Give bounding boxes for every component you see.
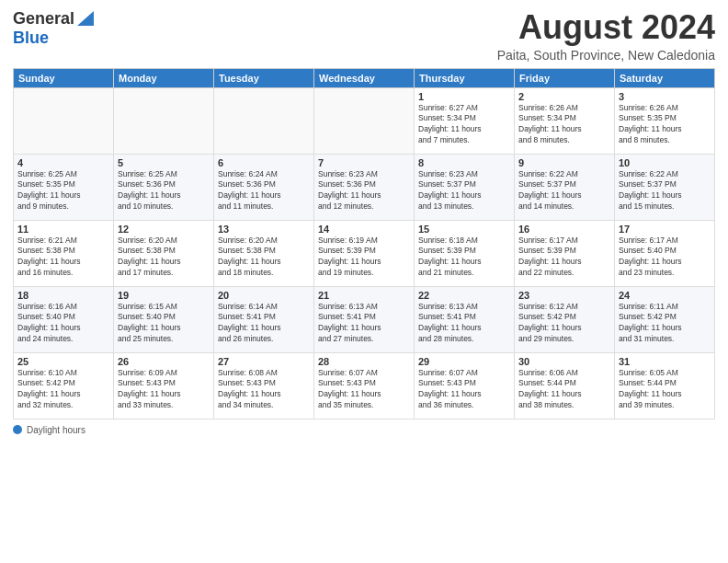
day-info: Sunrise: 6:12 AM Sunset: 5:42 PM Dayligh… [518,302,610,346]
day-cell: 19Sunrise: 6:15 AM Sunset: 5:40 PM Dayli… [114,286,214,352]
header: General Blue August 2024 Paita, South Pr… [13,9,715,63]
day-number: 5 [118,157,210,168]
day-cell: 12Sunrise: 6:20 AM Sunset: 5:38 PM Dayli… [114,220,214,286]
day-cell: 8Sunrise: 6:23 AM Sunset: 5:37 PM Daylig… [415,154,515,220]
logo-general-text: General [13,10,74,29]
day-info: Sunrise: 6:23 AM Sunset: 5:37 PM Dayligh… [418,169,510,213]
day-info: Sunrise: 6:13 AM Sunset: 5:41 PM Dayligh… [418,302,510,346]
week-row-4: 18Sunrise: 6:16 AM Sunset: 5:40 PM Dayli… [14,286,715,352]
day-info: Sunrise: 6:22 AM Sunset: 5:37 PM Dayligh… [518,169,610,213]
day-cell: 1Sunrise: 6:27 AM Sunset: 5:34 PM Daylig… [415,87,515,154]
day-number: 24 [619,290,711,301]
day-info: Sunrise: 6:15 AM Sunset: 5:40 PM Dayligh… [118,302,210,346]
day-info: Sunrise: 6:08 AM Sunset: 5:43 PM Dayligh… [218,368,310,412]
logo-blue-text: Blue [13,29,49,48]
day-cell [214,87,314,154]
day-number: 21 [318,290,410,301]
day-cell: 9Sunrise: 6:22 AM Sunset: 5:37 PM Daylig… [515,154,615,220]
day-info: Sunrise: 6:20 AM Sunset: 5:38 PM Dayligh… [118,236,210,280]
day-cell: 18Sunrise: 6:16 AM Sunset: 5:40 PM Dayli… [14,286,114,352]
week-row-1: 1Sunrise: 6:27 AM Sunset: 5:34 PM Daylig… [14,87,715,154]
col-header-friday: Friday [515,68,615,87]
day-number: 10 [619,157,711,168]
day-info: Sunrise: 6:11 AM Sunset: 5:42 PM Dayligh… [619,302,711,346]
svg-marker-0 [77,11,94,26]
day-info: Sunrise: 6:18 AM Sunset: 5:39 PM Dayligh… [418,236,510,280]
day-info: Sunrise: 6:05 AM Sunset: 5:44 PM Dayligh… [619,368,711,412]
day-number: 17 [619,224,711,235]
day-number: 13 [218,224,310,235]
col-header-monday: Monday [114,68,214,87]
day-number: 4 [17,157,109,168]
day-number: 12 [118,224,210,235]
day-cell: 15Sunrise: 6:18 AM Sunset: 5:39 PM Dayli… [415,220,515,286]
day-info: Sunrise: 6:17 AM Sunset: 5:39 PM Dayligh… [518,236,610,280]
day-cell: 23Sunrise: 6:12 AM Sunset: 5:42 PM Dayli… [515,286,615,352]
day-number: 19 [118,290,210,301]
day-cell: 6Sunrise: 6:24 AM Sunset: 5:36 PM Daylig… [214,154,314,220]
day-cell: 13Sunrise: 6:20 AM Sunset: 5:38 PM Dayli… [214,220,314,286]
day-info: Sunrise: 6:21 AM Sunset: 5:38 PM Dayligh… [17,236,109,280]
day-cell: 20Sunrise: 6:14 AM Sunset: 5:41 PM Dayli… [214,286,314,352]
daylight-dot-icon [13,425,22,434]
day-cell: 26Sunrise: 6:09 AM Sunset: 5:43 PM Dayli… [114,352,214,419]
week-row-5: 25Sunrise: 6:10 AM Sunset: 5:42 PM Dayli… [14,352,715,419]
day-info: Sunrise: 6:23 AM Sunset: 5:36 PM Dayligh… [318,169,410,213]
day-number: 26 [118,356,210,367]
day-number: 20 [218,290,310,301]
day-info: Sunrise: 6:26 AM Sunset: 5:35 PM Dayligh… [619,103,711,147]
col-header-sunday: Sunday [14,68,114,87]
day-number: 15 [418,224,510,235]
day-number: 1 [418,91,510,102]
day-cell: 10Sunrise: 6:22 AM Sunset: 5:37 PM Dayli… [615,154,715,220]
col-header-saturday: Saturday [615,68,715,87]
col-header-wednesday: Wednesday [314,68,415,87]
day-cell: 30Sunrise: 6:06 AM Sunset: 5:44 PM Dayli… [515,352,615,419]
day-info: Sunrise: 6:26 AM Sunset: 5:34 PM Dayligh… [518,103,610,147]
day-cell: 4Sunrise: 6:25 AM Sunset: 5:35 PM Daylig… [14,154,114,220]
day-info: Sunrise: 6:22 AM Sunset: 5:37 PM Dayligh… [619,169,711,213]
day-info: Sunrise: 6:17 AM Sunset: 5:40 PM Dayligh… [619,236,711,280]
day-info: Sunrise: 6:27 AM Sunset: 5:34 PM Dayligh… [418,103,510,147]
day-number: 16 [518,224,610,235]
day-number: 18 [17,290,109,301]
day-cell: 22Sunrise: 6:13 AM Sunset: 5:41 PM Dayli… [415,286,515,352]
day-cell: 17Sunrise: 6:17 AM Sunset: 5:40 PM Dayli… [615,220,715,286]
calendar-title: August 2024 [497,9,715,46]
day-cell: 27Sunrise: 6:08 AM Sunset: 5:43 PM Dayli… [214,352,314,419]
col-header-thursday: Thursday [415,68,515,87]
day-number: 9 [518,157,610,168]
footer: Daylight hours [13,425,715,435]
day-cell: 28Sunrise: 6:07 AM Sunset: 5:43 PM Dayli… [314,352,415,419]
day-number: 29 [418,356,510,367]
day-cell: 21Sunrise: 6:13 AM Sunset: 5:41 PM Dayli… [314,286,415,352]
day-info: Sunrise: 6:06 AM Sunset: 5:44 PM Dayligh… [518,368,610,412]
day-number: 22 [418,290,510,301]
title-section: August 2024 Paita, South Province, New C… [497,9,715,63]
day-info: Sunrise: 6:14 AM Sunset: 5:41 PM Dayligh… [218,302,310,346]
day-number: 14 [318,224,410,235]
day-cell: 11Sunrise: 6:21 AM Sunset: 5:38 PM Dayli… [14,220,114,286]
day-info: Sunrise: 6:10 AM Sunset: 5:42 PM Dayligh… [17,368,109,412]
calendar-page: General Blue August 2024 Paita, South Pr… [0,0,728,563]
day-cell: 5Sunrise: 6:25 AM Sunset: 5:36 PM Daylig… [114,154,214,220]
day-info: Sunrise: 6:07 AM Sunset: 5:43 PM Dayligh… [318,368,410,412]
day-cell: 14Sunrise: 6:19 AM Sunset: 5:39 PM Dayli… [314,220,415,286]
day-cell: 3Sunrise: 6:26 AM Sunset: 5:35 PM Daylig… [615,87,715,154]
day-number: 27 [218,356,310,367]
day-number: 30 [518,356,610,367]
day-number: 7 [318,157,410,168]
day-cell [14,87,114,154]
daylight-label: Daylight hours [27,425,85,435]
logo-triangle-icon [77,11,94,29]
day-cell [314,87,415,154]
day-cell: 31Sunrise: 6:05 AM Sunset: 5:44 PM Dayli… [615,352,715,419]
day-cell [114,87,214,154]
day-cell: 24Sunrise: 6:11 AM Sunset: 5:42 PM Dayli… [615,286,715,352]
day-info: Sunrise: 6:07 AM Sunset: 5:43 PM Dayligh… [418,368,510,412]
day-number: 25 [17,356,109,367]
day-cell: 2Sunrise: 6:26 AM Sunset: 5:34 PM Daylig… [515,87,615,154]
day-number: 6 [218,157,310,168]
day-number: 8 [418,157,510,168]
day-info: Sunrise: 6:09 AM Sunset: 5:43 PM Dayligh… [118,368,210,412]
